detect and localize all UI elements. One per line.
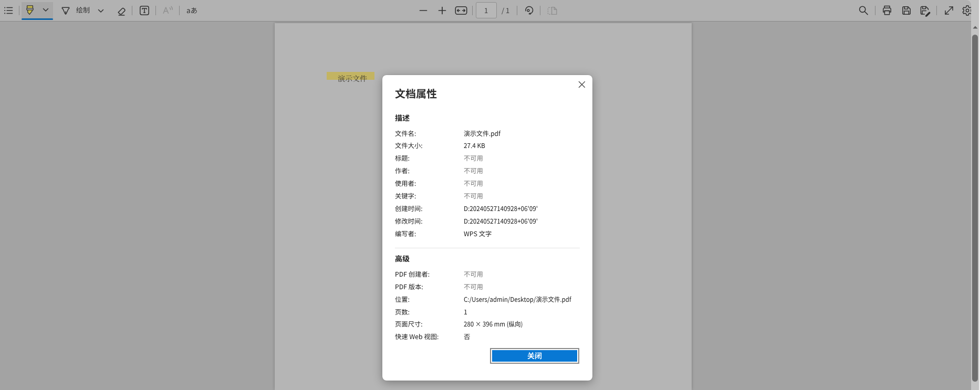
table-of-contents-button[interactable] <box>1 2 16 19</box>
row-pdf-version-label: PDF 版本: <box>395 283 424 291</box>
row-fast-web-view-value: 否 <box>464 333 472 341</box>
section-heading-description: 描述 <box>395 113 411 123</box>
toolbar-divider <box>19 6 19 15</box>
row-subject-label: 使用者: <box>395 180 418 188</box>
row-page-count-value: 1 <box>464 308 468 317</box>
row-pdf-producer-value: 不可用 <box>464 270 484 279</box>
pdf-viewer-app: 绘制 aあ 1 / 1 演示文件 文档属性 描述 文件名:演示文件.pdf 文件… <box>0 0 980 390</box>
chevron-down-icon <box>43 8 49 12</box>
row-modified-value: D:20240527140928+06'09' <box>464 217 539 226</box>
zoom-in-icon <box>438 6 446 15</box>
draw-tool-label: 绘制 <box>76 6 91 15</box>
rotate-button[interactable] <box>521 2 536 19</box>
search-button[interactable] <box>856 2 871 19</box>
highlighter-icon <box>25 5 35 15</box>
row-keywords-label: 关键字: <box>395 192 418 201</box>
highlight-options-button[interactable] <box>38 2 53 18</box>
row-modified-label: 修改时间: <box>395 217 424 226</box>
toolbar-divider <box>472 6 473 15</box>
fullscreen-button[interactable] <box>941 2 956 19</box>
row-application-label: 编写者: <box>395 230 418 238</box>
scroll-up-button[interactable] <box>971 23 979 31</box>
read-aloud-button[interactable] <box>160 2 175 19</box>
row-fast-web-view-label: 快速 Web 视图: <box>395 333 440 341</box>
row-author-value: 不可用 <box>464 167 484 175</box>
search-icon <box>858 5 869 16</box>
add-text-button[interactable] <box>137 2 152 19</box>
highlight-tool-group <box>22 2 53 18</box>
text-box-icon <box>139 5 150 16</box>
row-title-value: 不可用 <box>464 154 484 163</box>
row-keywords-value: 不可用 <box>464 192 484 201</box>
row-file-size-value: 27.4 KB <box>464 142 486 150</box>
toc-icon <box>3 5 14 16</box>
row-subject-value: 不可用 <box>464 180 484 188</box>
row-file-name-value: 演示文件.pdf <box>464 130 502 138</box>
eraser-button[interactable] <box>113 2 129 19</box>
save-button[interactable] <box>899 2 914 19</box>
close-button-label: 关闭 <box>527 351 543 361</box>
eraser-icon <box>116 5 127 16</box>
toolbar-divider <box>540 6 540 15</box>
highlighted-text: 演示文件 <box>338 74 368 83</box>
row-created-label: 创建时间: <box>395 205 424 213</box>
page-number-value: 1 <box>484 6 489 15</box>
fit-to-width-button[interactable] <box>453 2 468 19</box>
scroll-up-icon <box>973 26 978 29</box>
row-title-label: 标题: <box>395 154 411 163</box>
section-heading-advanced: 高级 <box>395 254 411 263</box>
scrollbar <box>971 0 979 390</box>
row-page-size-label: 页面尺寸: <box>395 320 424 329</box>
selected-tool-underline <box>22 18 53 20</box>
page-view-button[interactable] <box>545 2 560 19</box>
highlight-tool-button[interactable] <box>22 2 38 18</box>
toolbar-divider <box>875 6 875 15</box>
row-pdf-version-value: 不可用 <box>464 283 484 291</box>
toolbar-divider <box>132 6 132 15</box>
row-author-label: 作者: <box>395 167 411 175</box>
chevron-down-icon <box>98 9 104 13</box>
scrollbar-thumb[interactable] <box>972 35 978 382</box>
toolbar-divider <box>179 6 180 15</box>
row-created-value: D:20240527140928+06'09' <box>464 205 539 213</box>
dialog-close-button[interactable] <box>575 78 589 91</box>
dialog-divider <box>395 248 580 248</box>
zoom-out-icon <box>419 6 428 15</box>
save-icon <box>900 4 913 17</box>
fit-to-width-icon <box>455 6 467 15</box>
save-as-button[interactable] <box>918 2 933 19</box>
row-file-name-label: 文件名: <box>395 130 418 138</box>
text-language-label: aあ <box>186 6 199 15</box>
row-page-count-label: 页数: <box>395 308 411 317</box>
pdf-toolbar: 绘制 aあ 1 / 1 <box>0 0 971 22</box>
save-as-icon <box>919 4 932 17</box>
print-button[interactable] <box>879 2 895 19</box>
row-location-label: 位置: <box>395 296 411 304</box>
toolbar-divider <box>936 6 937 15</box>
row-pdf-producer-label: PDF 创建者: <box>395 270 431 279</box>
page-view-icon <box>546 5 559 16</box>
read-aloud-icon <box>162 5 174 16</box>
fullscreen-icon <box>943 5 955 16</box>
row-file-size-label: 文件大小: <box>395 142 424 150</box>
rotate-icon <box>523 4 535 17</box>
page-total-label: / 1 <box>502 6 511 15</box>
toolbar-divider <box>155 6 156 15</box>
toolbar-divider <box>517 6 517 15</box>
row-location-value: C:/Users/admin/Desktop/演示文件.pdf <box>464 296 572 304</box>
zoom-out-button[interactable] <box>416 2 431 19</box>
dialog-title: 文档属性 <box>395 88 438 101</box>
row-page-size-value: 280 × 396 mm (纵向) <box>464 320 524 329</box>
pen-icon <box>60 5 71 16</box>
print-icon <box>881 4 893 17</box>
zoom-in-button[interactable] <box>435 2 450 19</box>
close-icon <box>578 81 585 88</box>
row-application-value: WPS 文字 <box>464 230 493 238</box>
